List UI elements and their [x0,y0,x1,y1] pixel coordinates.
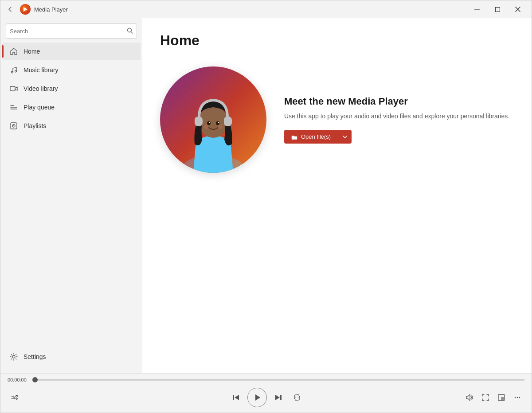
svg-marker-30 [255,394,260,401]
svg-marker-31 [275,395,280,400]
svg-point-24 [209,122,210,123]
minimize-button[interactable] [467,2,487,16]
svg-point-15 [13,125,14,126]
volume-button[interactable] [462,390,477,405]
sidebar-item-play-queue[interactable]: Play queue [2,98,141,116]
shuffle-button[interactable] [8,390,22,405]
next-button[interactable] [270,390,286,405]
svg-marker-33 [466,394,470,401]
sidebar-item-label-home: Home [23,48,40,55]
svg-marker-0 [23,7,27,12]
hero-illustration [160,66,266,173]
svg-rect-35 [501,397,504,400]
open-files-group: Open file(s) [284,130,514,144]
time-display: 00:00:00 [8,377,30,382]
svg-point-25 [218,122,219,123]
progress-track[interactable] [35,379,524,381]
sidebar-item-playlists[interactable]: Playlists [2,117,141,135]
play-button[interactable] [247,388,267,407]
open-files-button[interactable]: Open file(s) [284,130,338,144]
svg-point-7 [12,71,13,73]
content-area: Home [142,18,532,373]
player-bar: 00:00:00 [0,373,532,413]
previous-button[interactable] [228,390,244,405]
open-files-dropdown-button[interactable] [338,130,352,144]
mini-player-button[interactable] [494,390,509,405]
settings-label: Settings [23,353,46,360]
progress-thumb [32,377,38,382]
playlists-icon [9,121,18,130]
home-icon [9,47,18,56]
svg-point-38 [519,397,520,398]
search-input[interactable] [10,28,127,35]
maximize-button[interactable] [487,2,508,16]
more-options-button[interactable] [510,390,524,405]
svg-rect-20 [195,117,203,126]
repeat-button[interactable] [290,390,304,405]
title-bar: Media Player [0,0,532,18]
player-controls [0,384,532,413]
hero-section: Meet the new Media Player Use this app t… [160,66,514,173]
svg-rect-32 [280,395,282,400]
hero-description: Use this app to play your audio and vide… [284,112,514,121]
sidebar-item-label-queue: Play queue [23,104,55,111]
svg-point-37 [517,397,518,398]
app-body: Home Music library Video library [0,18,532,373]
sidebar-item-label-video: Video library [23,85,58,92]
svg-rect-1 [474,9,480,10]
svg-point-26 [204,125,208,129]
progress-bar-container: 00:00:00 [0,374,532,384]
sidebar-item-label-playlists: Playlists [23,122,46,129]
queue-icon [9,103,18,112]
sidebar-item-home[interactable]: Home [2,43,141,60]
svg-marker-28 [235,395,239,400]
left-controls [8,390,22,405]
right-controls [462,390,524,405]
back-button[interactable] [4,3,16,16]
hero-title: Meet the new Media Player [284,96,514,107]
sidebar-bottom: Settings [0,347,142,370]
title-bar-left: Media Player [4,3,68,16]
sidebar: Home Music library Video library [0,18,142,373]
sidebar-item-music-library[interactable]: Music library [2,61,141,79]
svg-point-8 [15,70,17,72]
svg-point-16 [12,355,15,358]
svg-point-23 [216,121,219,125]
app-logo [20,4,31,15]
window-controls [467,2,528,16]
svg-point-19 [199,106,227,138]
sidebar-item-settings[interactable]: Settings [2,348,141,366]
svg-line-6 [131,31,133,33]
main-content: Home [142,18,532,373]
svg-point-22 [207,121,211,125]
sidebar-item-label-music: Music library [23,66,59,74]
sidebar-item-video-library[interactable]: Video library [2,80,141,97]
hero-text: Meet the new Media Player Use this app t… [284,96,514,144]
music-icon [9,66,18,74]
page-title: Home [160,32,514,49]
svg-point-27 [218,125,223,129]
fullscreen-button[interactable] [478,390,493,405]
svg-point-36 [515,397,516,398]
close-button[interactable] [508,2,528,16]
svg-rect-9 [10,86,15,91]
center-controls [228,388,304,407]
settings-icon [9,352,18,361]
search-box[interactable] [6,23,137,39]
svg-rect-2 [495,7,500,12]
search-icon [127,27,133,35]
open-files-label: Open file(s) [301,133,331,140]
svg-rect-29 [233,395,234,400]
app-title: Media Player [34,6,68,13]
svg-rect-21 [224,117,232,126]
video-icon [9,84,18,93]
